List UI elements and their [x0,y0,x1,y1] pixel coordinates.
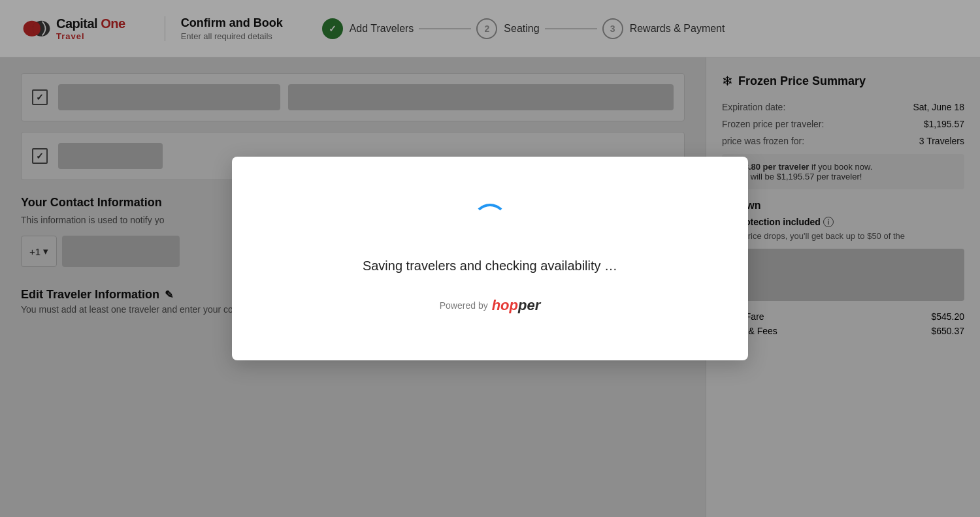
loading-spinner [473,204,507,238]
loading-modal: Saving travelers and checking availabili… [232,157,748,360]
modal-message: Saving travelers and checking availabili… [363,258,617,274]
powered-by: Powered by hopper [440,297,541,314]
spinner-container [473,204,507,238]
powered-by-label: Powered by [440,300,488,311]
hopper-logo: hopper [492,297,541,314]
modal-overlay: Saving travelers and checking availabili… [0,0,980,517]
